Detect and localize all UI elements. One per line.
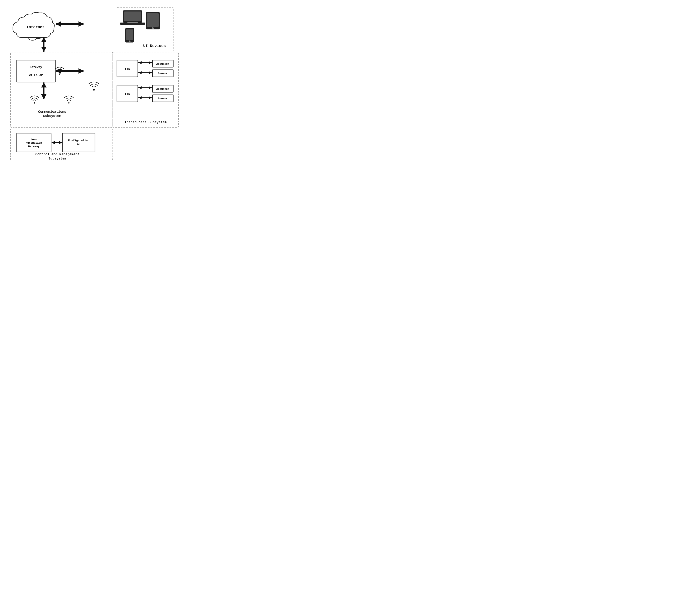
svg-rect-55 xyxy=(152,85,173,92)
svg-rect-74 xyxy=(17,133,51,152)
svg-text:Actuator: Actuator xyxy=(156,62,169,66)
svg-text:+: + xyxy=(35,69,37,73)
svg-marker-48 xyxy=(138,61,141,64)
svg-text:UI Devices: UI Devices xyxy=(143,44,166,48)
svg-text:Transducers Subsystem: Transducers Subsystem xyxy=(124,121,167,124)
svg-rect-30 xyxy=(10,52,113,127)
svg-point-8 xyxy=(18,16,53,38)
svg-text:Sensor: Sensor xyxy=(158,97,168,100)
svg-marker-82 xyxy=(52,141,55,144)
svg-point-6 xyxy=(38,25,50,37)
svg-point-35 xyxy=(59,73,60,75)
svg-rect-31 xyxy=(17,60,55,82)
svg-text:AP: AP xyxy=(77,143,80,146)
svg-rect-53 xyxy=(117,85,138,102)
svg-text:Gateway: Gateway xyxy=(30,66,42,69)
svg-point-70 xyxy=(68,102,69,104)
svg-marker-68 xyxy=(41,94,47,99)
svg-rect-15 xyxy=(127,22,138,23)
svg-marker-37 xyxy=(56,68,61,74)
svg-marker-64 xyxy=(149,96,152,99)
svg-marker-29 xyxy=(41,47,47,52)
svg-marker-51 xyxy=(138,71,141,74)
svg-point-11 xyxy=(27,29,38,40)
svg-text:Subsystem: Subsystem xyxy=(49,157,67,160)
svg-marker-25 xyxy=(56,21,61,27)
svg-marker-28 xyxy=(41,37,47,42)
svg-marker-26 xyxy=(78,21,83,27)
svg-rect-73 xyxy=(10,129,113,160)
svg-text:Sensor: Sensor xyxy=(158,72,168,75)
svg-point-5 xyxy=(16,23,30,38)
svg-marker-83 xyxy=(59,141,62,144)
svg-text:Automation: Automation xyxy=(26,141,42,144)
svg-rect-13 xyxy=(124,11,141,21)
svg-rect-16 xyxy=(146,12,160,29)
svg-marker-67 xyxy=(41,82,47,87)
svg-rect-43 xyxy=(152,60,173,67)
svg-marker-52 xyxy=(149,71,152,74)
svg-point-4 xyxy=(18,16,53,39)
svg-rect-14 xyxy=(120,22,145,25)
svg-rect-22 xyxy=(117,7,173,51)
svg-text:Home: Home xyxy=(30,138,37,141)
svg-point-21 xyxy=(129,41,130,42)
svg-marker-60 xyxy=(138,86,141,89)
svg-text:Gateway: Gateway xyxy=(28,145,40,148)
svg-rect-17 xyxy=(147,13,158,27)
svg-text:Control and Management: Control and Management xyxy=(35,152,79,156)
svg-point-65 xyxy=(93,89,95,90)
svg-rect-39 xyxy=(113,52,179,127)
svg-point-10 xyxy=(38,25,50,37)
svg-marker-63 xyxy=(138,96,141,99)
svg-text:Communications: Communications xyxy=(38,110,66,114)
svg-marker-38 xyxy=(78,68,83,74)
svg-text:Subsystem: Subsystem xyxy=(43,114,61,118)
architecture-diagram: Internet UI Devices xyxy=(4,4,184,163)
svg-marker-49 xyxy=(149,61,152,64)
svg-text:Wi-Fi AP: Wi-Fi AP xyxy=(29,73,43,77)
svg-point-7 xyxy=(26,28,38,40)
svg-rect-19 xyxy=(125,28,134,42)
internet-label: Internet xyxy=(26,25,45,29)
svg-rect-78 xyxy=(63,133,95,152)
svg-rect-57 xyxy=(152,95,173,102)
svg-rect-45 xyxy=(152,70,173,77)
svg-point-69 xyxy=(34,102,35,104)
svg-text:ITN: ITN xyxy=(124,92,130,96)
svg-point-9 xyxy=(16,23,30,37)
svg-rect-12 xyxy=(123,10,142,22)
svg-text:Actuator: Actuator xyxy=(156,87,169,90)
svg-point-18 xyxy=(152,27,154,29)
svg-text:ITN: ITN xyxy=(124,67,130,71)
svg-rect-41 xyxy=(117,60,138,77)
svg-text:Configuration: Configuration xyxy=(68,139,89,142)
svg-marker-61 xyxy=(149,86,152,89)
svg-rect-20 xyxy=(126,29,133,40)
